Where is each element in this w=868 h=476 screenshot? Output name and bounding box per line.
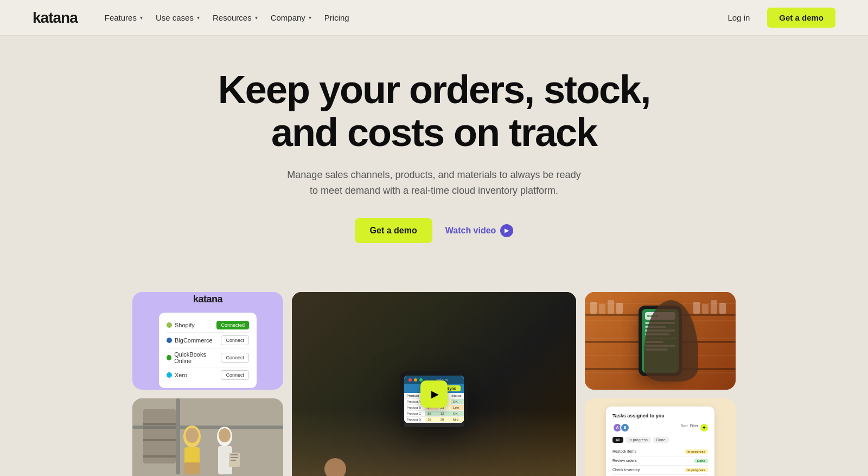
svg-rect-6 <box>616 303 623 314</box>
svg-rect-24 <box>231 460 236 461</box>
xero-icon <box>167 372 172 378</box>
task-card: Tasks assigned to you A B Sort Filter + … <box>585 398 736 476</box>
desk-items <box>324 458 346 476</box>
tab-done[interactable]: Done <box>653 437 669 443</box>
status-badge: Done <box>694 459 708 463</box>
svg-point-20 <box>219 428 231 442</box>
login-button[interactable]: Log in <box>719 9 758 27</box>
table-row: Review orders Done <box>612 456 708 466</box>
nav-item-company[interactable]: Company ▾ <box>265 10 317 26</box>
avatar-group: A B <box>612 423 630 433</box>
nav-item-features[interactable]: Features ▾ <box>99 10 148 26</box>
quickbooks-icon <box>167 355 171 360</box>
task-title: Tasks assigned to you <box>612 413 708 418</box>
logo[interactable]: katana <box>33 9 78 27</box>
connect-button[interactable]: Connect <box>221 370 249 380</box>
chevron-down-icon: ▾ <box>140 15 143 21</box>
svg-rect-12 <box>176 398 180 474</box>
watch-video-link[interactable]: Watch video ▶ <box>445 224 514 237</box>
nav-item-resources[interactable]: Resources ▾ <box>207 10 263 26</box>
main-video-card[interactable]: katana Sync Product Stock Orders Status <box>292 292 576 476</box>
avatar: B <box>620 423 630 433</box>
task-device: Tasks assigned to you A B Sort Filter + … <box>606 407 714 476</box>
tab-all[interactable]: All <box>612 437 623 443</box>
svg-point-16 <box>186 428 199 443</box>
warehouse-card <box>132 398 283 476</box>
connect-button[interactable]: Connect <box>221 335 249 345</box>
nav-item-use-cases[interactable]: Use cases ▾ <box>150 10 205 26</box>
integration-list: Shopify Connected BigCommerce Connect Qu… <box>159 313 257 388</box>
screen-dot-yellow <box>414 378 417 382</box>
list-item: Shopify Connected <box>167 318 249 333</box>
connected-button[interactable]: Connected <box>216 321 249 329</box>
navigation: katana Features ▾ Use cases ▾ Resources … <box>0 0 868 36</box>
chevron-down-icon: ▾ <box>197 15 200 21</box>
svg-rect-23 <box>231 457 238 458</box>
table-row: Check inventory In progress <box>612 466 708 475</box>
screen-dot-red <box>409 378 412 382</box>
get-demo-hero-button[interactable]: Get a demo <box>355 218 432 243</box>
add-task-button[interactable]: + <box>700 424 708 431</box>
play-icon: ▶ <box>431 388 439 400</box>
play-button[interactable]: ▶ <box>420 380 448 408</box>
nav-menu: Features ▾ Use cases ▾ Resources ▾ Compa… <box>99 10 355 26</box>
phone-card: katana <box>585 292 736 390</box>
get-demo-nav-button[interactable]: Get a demo <box>767 8 835 28</box>
connect-button[interactable]: Connect <box>221 353 249 363</box>
svg-rect-5 <box>608 300 614 314</box>
svg-rect-3 <box>590 302 597 314</box>
status-badge: In progress <box>685 449 708 454</box>
svg-rect-8 <box>702 304 709 314</box>
phone-in-hand: katana <box>639 306 682 376</box>
bigcommerce-icon <box>167 338 172 343</box>
list-item: Xero Connect <box>167 367 249 383</box>
media-grid: katana Shopify Connected BigCommerce Con… <box>130 292 738 476</box>
nav-actions: Log in Get a demo <box>719 8 835 28</box>
status-badge: In progress <box>685 468 708 472</box>
table-row: Restock items In progress <box>612 447 708 456</box>
svg-rect-22 <box>231 454 238 455</box>
svg-rect-10 <box>719 303 726 314</box>
hero-subtext: Manage sales channels, products, and mat… <box>282 167 586 199</box>
play-icon: ▶ <box>500 224 513 237</box>
svg-rect-4 <box>599 304 605 314</box>
svg-rect-9 <box>711 300 717 314</box>
chevron-down-icon: ▾ <box>309 15 311 21</box>
integration-card: katana Shopify Connected BigCommerce Con… <box>132 292 283 390</box>
shopify-icon <box>167 322 172 328</box>
svg-rect-17 <box>184 462 200 474</box>
hero-heading: Keep your orders, stock, and costs on tr… <box>190 68 678 154</box>
svg-rect-7 <box>693 302 700 314</box>
warehouse-scene <box>132 398 283 476</box>
chevron-down-icon: ▾ <box>255 15 258 21</box>
hero-actions: Get a demo Watch video ▶ <box>11 218 857 243</box>
hero-section: Keep your orders, stock, and costs on tr… <box>0 36 868 292</box>
tab-in-progress[interactable]: In progress <box>626 437 651 443</box>
nav-item-pricing[interactable]: Pricing <box>319 10 355 26</box>
integration-card-logo: katana <box>193 294 222 305</box>
svg-rect-27 <box>143 423 176 425</box>
list-item: QuickBooks Online Connect <box>167 348 249 367</box>
task-tabs: All In progress Done <box>612 437 708 443</box>
svg-rect-29 <box>143 455 176 458</box>
list-item: BigCommerce Connect <box>167 333 249 348</box>
svg-rect-28 <box>143 439 176 441</box>
